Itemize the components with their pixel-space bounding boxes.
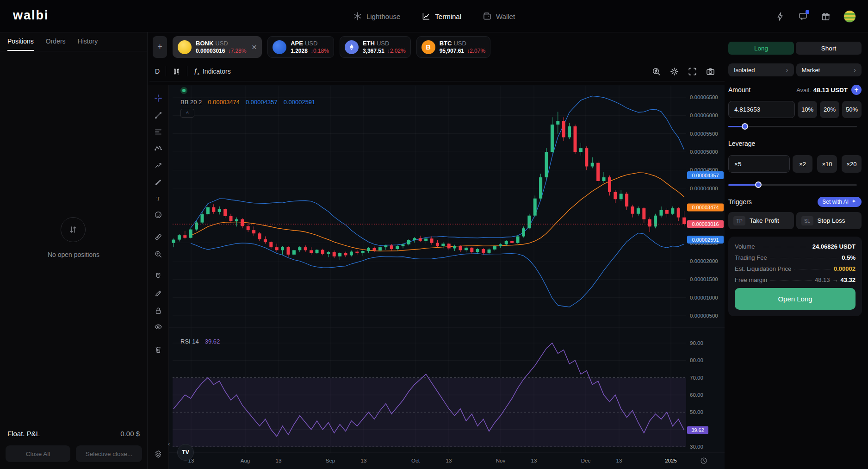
nav-item-wallet[interactable]: Wallet [483,12,515,21]
ticker-change: ↓0.18% [310,48,329,54]
summary-label: Volume [735,243,755,250]
svg-text:13: 13 [616,458,622,463]
svg-text:13: 13 [276,458,282,463]
amount-preset-10%[interactable]: 10% [798,101,817,118]
bonk-coin-icon [178,40,192,54]
ticker-bonk[interactable]: BONKUSD0.00003016↓7.28%✕ [173,36,262,58]
fx-icon: ƒx [193,67,199,76]
close-ticker-icon[interactable]: ✕ [251,44,257,51]
settings-button[interactable] [670,67,679,76]
nav-item-lighthouse[interactable]: Lighthouse [353,12,400,21]
svg-text:0.00002591: 0.00002591 [692,237,719,243]
svg-text:70.00: 70.00 [690,375,703,381]
margin-after: 43.32 [840,276,856,283]
tool-crosshair[interactable] [154,94,162,102]
alert-search-button[interactable] [651,67,661,76]
gift-button[interactable] [821,12,831,21]
tool-edit[interactable] [154,289,162,298]
time-axis[interactable]: 13Aug13Sep13Oct13Nov13Dec132025 [188,458,677,463]
pnl-value: 0.00 $ [120,430,140,438]
top-nav: walbi LighthouseTerminalWallet [0,0,868,32]
tool-xabcd-pattern[interactable] [154,144,162,152]
gift-icon [821,12,831,21]
leverage-slider[interactable] [728,181,857,188]
summary-label: Est. Liquidation Price [735,265,791,272]
forecast-icon [154,161,162,169]
margin-mode-select[interactable]: Isolated› [728,63,794,76]
order-type-select[interactable]: Market› [796,63,862,76]
indicators-button[interactable]: ƒx Indicators [193,67,231,76]
chat-button[interactable] [798,12,808,21]
tool-magnet[interactable] [154,272,162,281]
leverage-preset-×10[interactable]: ×10 [817,155,837,173]
tab-positions[interactable]: Positions [7,32,34,51]
tool-brush[interactable] [154,178,162,186]
camera-button[interactable] [706,67,715,76]
candlestick-chart[interactable]: 0.000065000.000060000.000055000.00005000… [148,85,725,469]
svg-text:Dec: Dec [581,458,591,463]
legend-collapse-button[interactable]: ^ [180,109,194,118]
ticker-price: 1.2028 [291,48,308,54]
pane-collapse-icon[interactable]: ‹ [168,440,170,447]
amount-preset-20%[interactable]: 20% [820,101,839,118]
amount-preset-50%[interactable]: 50% [842,101,862,118]
tool-emoji[interactable] [154,211,162,219]
stop-loss-button[interactable]: SL Stop Loss [796,212,862,229]
ticker-btc[interactable]: BBTCUSD95,907.61↓2.07% [416,36,490,58]
tradingview-logo[interactable]: TV [177,444,194,461]
summary-row: Free margin48.13→43.32 [735,276,856,288]
rsi-legend-name: RSI 14 [180,338,199,345]
open-long-button[interactable]: Open Long [735,288,856,310]
tool-zoom-in[interactable] [154,250,162,258]
magnet-icon [154,272,162,281]
svg-text:Oct: Oct [411,458,420,463]
take-profit-label: Take Profit [750,217,779,224]
flash-button[interactable] [775,12,785,21]
tool-fib-lines[interactable] [154,128,162,136]
leverage-presets: ×2×10×20 [793,155,862,173]
deposit-plus-button[interactable]: + [851,85,862,95]
tab-orders[interactable]: Orders [46,32,66,51]
close-all-button[interactable]: Close All [6,445,70,462]
chart-area[interactable]: T 0.000065000.000060000.000055000.000050… [148,85,725,469]
tool-layers[interactable] [154,450,162,458]
svg-text:0.00004357: 0.00004357 [692,173,719,178]
zoom-in-icon [154,250,162,258]
tab-history[interactable]: History [78,32,98,51]
amount-slider[interactable] [728,123,857,130]
leverage-preset-×20[interactable]: ×20 [842,155,862,173]
tool-trash[interactable] [154,345,162,354]
user-avatar[interactable] [843,10,856,23]
nav-item-label: Lighthouse [366,13,400,20]
ticker-info: ETHUSD3,367.51↓2.02% [363,40,406,54]
tab-long[interactable]: Long [728,42,794,55]
margin-mode-value: Isolated [734,67,755,74]
candles [172,112,686,260]
tool-forecast[interactable] [154,161,162,169]
candle-style-button[interactable] [172,67,181,76]
amount-input[interactable] [728,101,795,118]
ticker-symbol: ETH [363,40,375,47]
tool-lock[interactable] [154,306,162,315]
tool-measure[interactable] [154,233,162,241]
set-with-ai-button[interactable]: Set with AI [818,197,862,207]
nav-item-terminal[interactable]: Terminal [422,12,461,21]
ticker-ape[interactable]: APEUSD1.2028↓0.18% [267,36,334,58]
svg-text:13: 13 [531,458,537,463]
add-ticker-button[interactable]: + [153,36,167,58]
leverage-preset-×2[interactable]: ×2 [793,155,812,173]
selective-close-button[interactable]: Selective close... [76,445,142,462]
leverage-input[interactable] [728,155,790,173]
tool-trend-line[interactable] [154,111,162,119]
interval-button[interactable]: D [155,68,160,75]
take-profit-button[interactable]: TP Take Profit [728,212,794,229]
tab-short[interactable]: Short [796,42,862,55]
order-type-value: Market [802,67,820,74]
tool-text[interactable]: T [154,194,162,203]
timezone-clock-icon[interactable] [701,458,707,463]
walbi-terminal-app: walbi LighthouseTerminalWallet Positions… [0,0,868,469]
tool-eye[interactable] [154,323,162,331]
svg-text:0.00003474: 0.00003474 [692,205,719,210]
ticker-eth[interactable]: ETHUSD3,367.51↓2.02% [340,36,411,58]
fullscreen-button[interactable] [688,67,697,76]
